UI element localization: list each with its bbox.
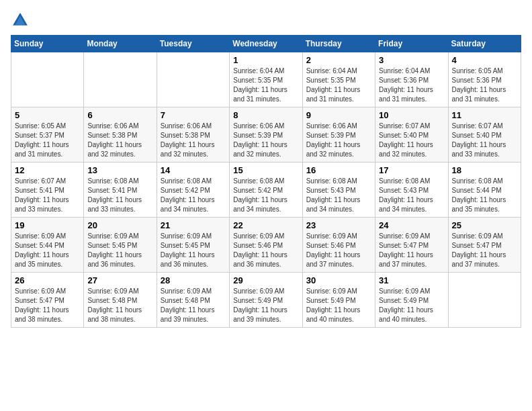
calendar-header-row: SundayMondayTuesdayWednesdayThursdayFrid… (11, 36, 521, 52)
day-number: 10 (379, 110, 444, 120)
calendar-cell: 5Sunrise: 6:05 AM Sunset: 5:37 PM Daylig… (11, 107, 84, 163)
page-header (11, 11, 521, 30)
day-info: Sunrise: 6:07 AM Sunset: 5:41 PM Dayligh… (15, 177, 80, 214)
day-number: 22 (233, 220, 298, 230)
day-info: Sunrise: 6:09 AM Sunset: 5:47 PM Dayligh… (15, 287, 80, 324)
day-info: Sunrise: 6:04 AM Sunset: 5:36 PM Dayligh… (379, 66, 444, 104)
calendar-cell: 2Sunrise: 6:04 AM Sunset: 5:35 PM Daylig… (302, 52, 375, 107)
calendar-cell: 15Sunrise: 6:08 AM Sunset: 5:42 PM Dayli… (230, 163, 302, 218)
calendar-cell: 23Sunrise: 6:09 AM Sunset: 5:46 PM Dayli… (302, 218, 375, 273)
day-info: Sunrise: 6:07 AM Sunset: 5:40 PM Dayligh… (379, 122, 444, 159)
logo (11, 11, 32, 30)
day-number: 6 (87, 110, 152, 120)
day-info: Sunrise: 6:08 AM Sunset: 5:43 PM Dayligh… (306, 177, 371, 214)
calendar-cell (84, 52, 157, 107)
calendar-cell: 30Sunrise: 6:09 AM Sunset: 5:49 PM Dayli… (302, 273, 375, 328)
calendar-cell: 1Sunrise: 6:04 AM Sunset: 5:35 PM Daylig… (230, 52, 302, 107)
day-number: 9 (306, 110, 371, 120)
calendar-cell: 13Sunrise: 6:08 AM Sunset: 5:41 PM Dayli… (84, 163, 157, 218)
day-number: 25 (452, 220, 517, 230)
calendar-week-row: 1Sunrise: 6:04 AM Sunset: 5:35 PM Daylig… (11, 52, 521, 107)
calendar-week-row: 19Sunrise: 6:09 AM Sunset: 5:44 PM Dayli… (11, 218, 521, 273)
calendar-cell: 17Sunrise: 6:08 AM Sunset: 5:43 PM Dayli… (375, 163, 448, 218)
day-number: 30 (306, 275, 371, 285)
calendar-cell: 3Sunrise: 6:04 AM Sunset: 5:36 PM Daylig… (375, 52, 448, 107)
calendar-cell: 7Sunrise: 6:06 AM Sunset: 5:38 PM Daylig… (157, 107, 229, 163)
calendar-cell: 22Sunrise: 6:09 AM Sunset: 5:46 PM Dayli… (230, 218, 302, 273)
day-number: 17 (379, 165, 444, 175)
day-number: 27 (87, 275, 152, 285)
day-info: Sunrise: 6:09 AM Sunset: 5:46 PM Dayligh… (306, 232, 371, 269)
day-info: Sunrise: 6:09 AM Sunset: 5:48 PM Dayligh… (87, 287, 152, 324)
day-info: Sunrise: 6:08 AM Sunset: 5:42 PM Dayligh… (161, 177, 226, 214)
calendar-cell: 29Sunrise: 6:09 AM Sunset: 5:49 PM Dayli… (230, 273, 302, 328)
day-number: 15 (233, 165, 298, 175)
calendar-table: SundayMondayTuesdayWednesdayThursdayFrid… (11, 35, 521, 328)
calendar-cell: 31Sunrise: 6:09 AM Sunset: 5:49 PM Dayli… (375, 273, 448, 328)
calendar-cell: 10Sunrise: 6:07 AM Sunset: 5:40 PM Dayli… (375, 107, 448, 163)
day-number: 31 (379, 275, 444, 285)
day-info: Sunrise: 6:04 AM Sunset: 5:35 PM Dayligh… (306, 66, 371, 104)
day-info: Sunrise: 6:08 AM Sunset: 5:44 PM Dayligh… (452, 177, 517, 214)
day-info: Sunrise: 6:04 AM Sunset: 5:35 PM Dayligh… (233, 66, 298, 104)
day-number: 11 (452, 110, 517, 120)
day-number: 18 (452, 165, 517, 175)
day-number: 2 (306, 55, 371, 65)
day-info: Sunrise: 6:06 AM Sunset: 5:39 PM Dayligh… (233, 122, 298, 159)
column-header-thursday: Thursday (302, 36, 375, 52)
day-info: Sunrise: 6:08 AM Sunset: 5:42 PM Dayligh… (233, 177, 298, 214)
column-header-monday: Monday (84, 36, 157, 52)
calendar-week-row: 26Sunrise: 6:09 AM Sunset: 5:47 PM Dayli… (11, 273, 521, 328)
day-info: Sunrise: 6:09 AM Sunset: 5:46 PM Dayligh… (233, 232, 298, 269)
day-info: Sunrise: 6:06 AM Sunset: 5:38 PM Dayligh… (161, 122, 226, 159)
day-number: 19 (15, 220, 80, 230)
day-info: Sunrise: 6:05 AM Sunset: 5:36 PM Dayligh… (452, 66, 517, 104)
day-number: 28 (161, 275, 226, 285)
column-header-sunday: Sunday (11, 36, 84, 52)
calendar-cell: 11Sunrise: 6:07 AM Sunset: 5:40 PM Dayli… (448, 107, 521, 163)
calendar-cell: 24Sunrise: 6:09 AM Sunset: 5:47 PM Dayli… (375, 218, 448, 273)
calendar-cell: 27Sunrise: 6:09 AM Sunset: 5:48 PM Dayli… (84, 273, 157, 328)
calendar-cell (448, 273, 521, 328)
calendar-cell: 20Sunrise: 6:09 AM Sunset: 5:45 PM Dayli… (84, 218, 157, 273)
calendar-cell: 8Sunrise: 6:06 AM Sunset: 5:39 PM Daylig… (230, 107, 302, 163)
calendar-cell: 25Sunrise: 6:09 AM Sunset: 5:47 PM Dayli… (448, 218, 521, 273)
day-info: Sunrise: 6:08 AM Sunset: 5:41 PM Dayligh… (87, 177, 152, 214)
calendar-cell (157, 52, 229, 107)
calendar-cell: 21Sunrise: 6:09 AM Sunset: 5:45 PM Dayli… (157, 218, 229, 273)
day-number: 13 (87, 165, 152, 175)
day-number: 14 (161, 165, 226, 175)
day-info: Sunrise: 6:09 AM Sunset: 5:44 PM Dayligh… (15, 232, 80, 269)
calendar-cell: 14Sunrise: 6:08 AM Sunset: 5:42 PM Dayli… (157, 163, 229, 218)
calendar-cell (11, 52, 84, 107)
day-number: 21 (161, 220, 226, 230)
day-number: 20 (87, 220, 152, 230)
day-number: 8 (233, 110, 298, 120)
calendar-cell: 6Sunrise: 6:06 AM Sunset: 5:38 PM Daylig… (84, 107, 157, 163)
calendar-cell: 28Sunrise: 6:09 AM Sunset: 5:48 PM Dayli… (157, 273, 229, 328)
calendar-week-row: 12Sunrise: 6:07 AM Sunset: 5:41 PM Dayli… (11, 163, 521, 218)
calendar-cell: 9Sunrise: 6:06 AM Sunset: 5:39 PM Daylig… (302, 107, 375, 163)
day-number: 16 (306, 165, 371, 175)
column-header-saturday: Saturday (448, 36, 521, 52)
day-number: 4 (452, 55, 517, 65)
calendar-cell: 26Sunrise: 6:09 AM Sunset: 5:47 PM Dayli… (11, 273, 84, 328)
day-info: Sunrise: 6:06 AM Sunset: 5:39 PM Dayligh… (306, 122, 371, 159)
calendar-cell: 16Sunrise: 6:08 AM Sunset: 5:43 PM Dayli… (302, 163, 375, 218)
calendar-cell: 18Sunrise: 6:08 AM Sunset: 5:44 PM Dayli… (448, 163, 521, 218)
column-header-wednesday: Wednesday (230, 36, 302, 52)
calendar-week-row: 5Sunrise: 6:05 AM Sunset: 5:37 PM Daylig… (11, 107, 521, 163)
day-info: Sunrise: 6:07 AM Sunset: 5:40 PM Dayligh… (452, 122, 517, 159)
day-info: Sunrise: 6:09 AM Sunset: 5:48 PM Dayligh… (161, 287, 226, 324)
calendar-cell: 19Sunrise: 6:09 AM Sunset: 5:44 PM Dayli… (11, 218, 84, 273)
day-number: 1 (233, 55, 298, 65)
column-header-tuesday: Tuesday (157, 36, 229, 52)
day-info: Sunrise: 6:09 AM Sunset: 5:49 PM Dayligh… (306, 287, 371, 324)
logo-icon (11, 11, 30, 30)
column-header-friday: Friday (375, 36, 448, 52)
day-number: 12 (15, 165, 80, 175)
day-number: 3 (379, 55, 444, 65)
day-info: Sunrise: 6:08 AM Sunset: 5:43 PM Dayligh… (379, 177, 444, 214)
day-number: 5 (15, 110, 80, 120)
day-info: Sunrise: 6:09 AM Sunset: 5:47 PM Dayligh… (452, 232, 517, 269)
